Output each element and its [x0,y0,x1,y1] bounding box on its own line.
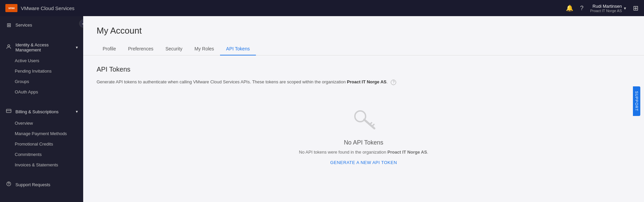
active-users-label: Active Users [15,58,39,63]
sidebar-item-active-users[interactable]: Active Users [0,55,83,66]
tab-my-roles[interactable]: My Roles [189,43,220,55]
description-suffix: . [386,79,388,84]
promotional-label: Promotional Credits [15,142,53,147]
support-icon [5,181,12,188]
billing-group-label: Billing & Subscriptions [15,109,59,114]
svg-point-0 [8,45,10,47]
sidebar-section-identity: Identity & Access Management ▾ Active Us… [0,37,83,100]
sidebar-item-services[interactable]: ⊞ Services [0,19,83,31]
tabs-bar: Profile Preferences Security My Roles AP… [83,43,644,55]
apps-grid-icon[interactable]: ⊞ [633,4,639,12]
billing-icon [5,108,12,115]
key-icon [350,106,377,132]
sidebar-group-billing[interactable]: Billing & Subscriptions ▾ [0,105,83,118]
svg-line-10 [370,123,372,125]
user-info: Rudi Martinsen Proact IT Norge AS [590,4,622,13]
identity-chevron: ▾ [76,45,78,50]
user-org: Proact IT Norge AS [590,9,622,13]
empty-org-name: Proact IT Norge AS [387,150,427,155]
empty-state: No API Tokens No API tokens were found i… [97,99,631,175]
content-area: API Tokens Generate API tokens to authen… [83,55,644,185]
pending-invitations-label: Pending Invitations [15,69,52,74]
sidebar-item-invoices[interactable]: Invoices & Statements [0,160,83,170]
identity-icon [5,44,12,51]
tab-security[interactable]: Security [159,43,189,55]
sidebar-section-billing: Billing & Subscriptions ▾ Overview Manag… [0,103,83,173]
identity-group-label: Identity & Access Management [15,42,72,52]
sidebar-item-manage-payment[interactable]: Manage Payment Methods [0,128,83,139]
manage-payment-label: Manage Payment Methods [15,131,67,136]
page-title: My Account [97,26,631,36]
billing-chevron: ▾ [76,109,78,114]
bell-icon[interactable]: 🔔 [566,4,573,12]
sidebar-item-oauth-apps[interactable]: OAuth Apps [0,87,83,97]
topbar: vmw VMware Cloud Services 🔔 ? Rudi Marti… [0,0,644,16]
support-label: Support Requests [15,182,50,187]
user-menu[interactable]: Rudi Martinsen Proact IT Norge AS ▾ [590,4,626,13]
svg-line-9 [364,120,374,128]
sidebar: ◀ ⊞ Services Identity & Access Managemen… [0,16,83,202]
tab-api-tokens[interactable]: API Tokens [220,43,256,55]
svg-line-11 [372,124,374,126]
sidebar-item-pending-invitations[interactable]: Pending Invitations [0,66,83,76]
sidebar-item-label: Services [15,23,32,28]
tab-preferences[interactable]: Preferences [122,43,159,55]
sidebar-section-insights: Insights ▸ [0,196,83,202]
generate-token-link[interactable]: GENERATE A NEW API TOKEN [330,160,397,165]
description-text: Generate API tokens to authenticate when… [97,79,631,85]
empty-state-description: No API tokens were found in the organiza… [299,150,428,155]
empty-state-title: No API Tokens [344,139,383,146]
services-icon: ⊞ [5,22,12,28]
sidebar-section-support: Support Requests [0,175,83,194]
support-side-tab[interactable]: SUPPORT [633,86,640,116]
topbar-left: vmw VMware Cloud Services [5,4,74,12]
sidebar-item-promotional[interactable]: Promotional Credits [0,139,83,149]
description-prefix: Generate API tokens to authenticate when… [97,79,347,84]
oauth-apps-label: OAuth Apps [15,89,38,94]
sidebar-section-services: ⊞ Services [0,16,83,34]
org-name-inline: Proact IT Norge AS [347,79,386,84]
empty-desc-suffix: . [427,150,428,155]
sidebar-item-overview[interactable]: Overview [0,118,83,128]
help-circle-icon[interactable]: ? [391,80,396,85]
groups-label: Groups [15,79,29,84]
tab-profile[interactable]: Profile [97,43,122,55]
sidebar-item-support[interactable]: Support Requests [0,178,83,191]
empty-desc-prefix: No API tokens were found in the organiza… [299,150,387,155]
user-chevron: ▾ [624,6,626,11]
sidebar-item-groups[interactable]: Groups [0,76,83,87]
sidebar-group-identity[interactable]: Identity & Access Management ▾ [0,39,83,55]
main-content: My Account Profile Preferences Security … [83,16,644,202]
svg-rect-1 [6,109,11,113]
key-icon-container [350,106,377,134]
main-layout: ◀ ⊞ Services Identity & Access Managemen… [0,0,644,202]
commitments-label: Commitments [15,152,42,157]
section-title: API Tokens [97,66,631,73]
svg-point-4 [8,185,9,185]
sidebar-item-commitments[interactable]: Commitments [0,149,83,160]
help-icon[interactable]: ? [580,5,583,12]
overview-label: Overview [15,121,33,126]
invoices-label: Invoices & Statements [15,162,58,167]
topbar-right: 🔔 ? Rudi Martinsen Proact IT Norge AS ▾ … [566,4,639,13]
app-name: VMware Cloud Services [21,5,74,11]
sidebar-group-insights[interactable]: Insights ▸ [0,199,83,202]
vmware-logo[interactable]: vmw [5,4,17,12]
page-header: My Account [83,16,644,36]
user-name: Rudi Martinsen [590,4,622,9]
